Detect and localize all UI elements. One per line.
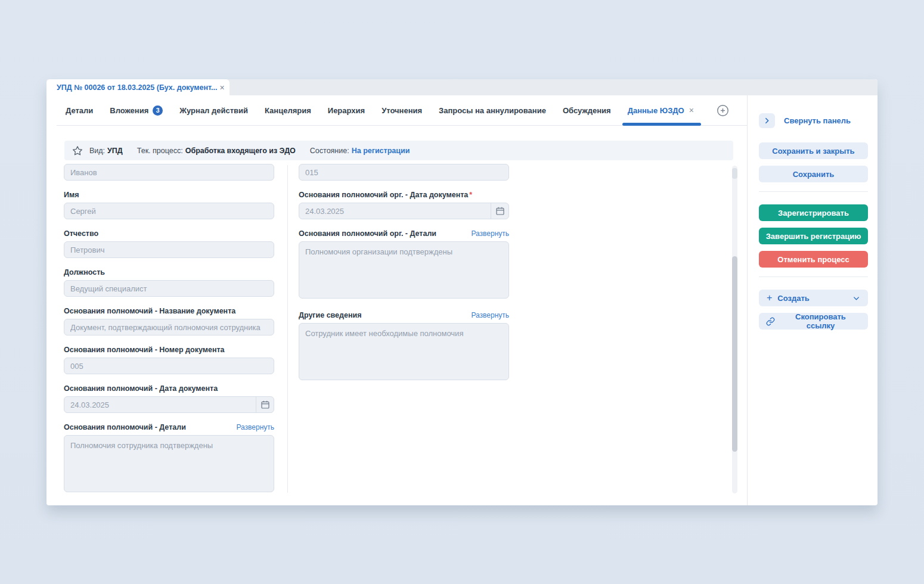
field-other-info: Другие сведения Развернуть Сотрудник име… [299, 311, 509, 383]
state-label: Состояние: [310, 147, 349, 155]
org-doc-date-input[interactable] [299, 203, 509, 219]
scrollbar-top-cap [732, 168, 737, 179]
chevron-down-icon [852, 294, 860, 302]
collapse-panel-label: Свернуть панель [784, 116, 851, 125]
form-scroll-area: Имя Отчество Должность Основания полномо… [57, 163, 747, 496]
tab-discussions[interactable]: Обсуждения [563, 95, 611, 125]
field-label: Должность [64, 268, 105, 277]
tab-attachments[interactable]: Вложения 3 [110, 95, 163, 125]
calendar-icon[interactable] [256, 396, 274, 413]
document-info-bar: Вид: УПД Тек. процесс: Обработка входяще… [64, 141, 733, 160]
field-label: Основания полномочий - Название документ… [64, 307, 235, 315]
middle-name-input[interactable] [64, 241, 274, 258]
save-button[interactable]: Сохранить [759, 166, 868, 182]
finish-registration-button[interactable]: Завершить регистрацию [759, 228, 868, 244]
main-content: Детали Вложения 3 Журнал действий Канцел… [46, 95, 747, 505]
calendar-icon[interactable] [491, 203, 509, 219]
tab-chancellery[interactable]: Канцелярия [265, 95, 311, 125]
tab-yuzdo-data[interactable]: Данные ЮЗДО × [628, 95, 694, 125]
field-org-details: Основания полномочий орг. - Детали Разве… [299, 229, 509, 301]
form-column-left: Имя Отчество Должность Основания полномо… [64, 163, 274, 496]
favorite-star-icon[interactable] [72, 145, 83, 156]
field-label: Основания полномочий - Номер документа [64, 346, 225, 354]
document-tab-close-icon[interactable]: × [218, 82, 227, 93]
collapse-panel-control[interactable]: Свернуть панель [759, 113, 868, 128]
field-org-doc-number [299, 164, 509, 181]
circle-plus-icon [717, 104, 729, 117]
tab-annulment-requests[interactable]: Запросы на аннулирование [439, 95, 546, 125]
field-label: Имя [64, 191, 79, 199]
create-button-label: Создать [777, 294, 809, 303]
scrollbar-thumb[interactable] [732, 256, 737, 452]
add-tab-button[interactable] [717, 104, 729, 117]
field-surname [64, 164, 274, 181]
action-panel: Свернуть панель Сохранить и закрыть Сохр… [747, 95, 878, 505]
first-name-input[interactable] [64, 203, 274, 219]
document-tab[interactable]: УПД № 00026 от 18.03.2025 (Бух. документ… [46, 79, 230, 95]
field-authority-doc-date: Основания полномочий - Дата документа [64, 384, 274, 413]
tab-details[interactable]: Детали [66, 95, 93, 125]
field-authority-details: Основания полномочий - Детали Развернуть… [64, 423, 274, 495]
panel-divider [759, 191, 868, 192]
tab-hierarchy[interactable]: Иерархия [328, 95, 365, 125]
chevron-right-icon[interactable] [759, 113, 775, 128]
authority-doc-number-input[interactable] [64, 358, 274, 374]
kind-label: Вид: [89, 147, 105, 155]
panel-divider [759, 277, 868, 277]
surname-input[interactable] [64, 164, 274, 181]
field-label: Другие сведения [299, 311, 361, 319]
column-divider [287, 165, 288, 493]
field-middle-name: Отчество [64, 229, 274, 258]
copy-link-button[interactable]: Скопировать ссылку [759, 313, 868, 330]
document-tab-title: УПД № 00026 от 18.03.2025 (Бух. документ… [57, 83, 218, 92]
link-icon [766, 317, 775, 326]
required-asterisk: * [469, 191, 472, 199]
field-label: Отчество [64, 229, 98, 238]
plus-icon: + [767, 293, 772, 303]
tab-clarifications[interactable]: Уточнения [382, 95, 422, 125]
register-button[interactable]: Зарегистрировать [759, 204, 868, 221]
org-doc-number-input[interactable] [299, 164, 509, 181]
cancel-process-button[interactable]: Отменить процесс [759, 251, 868, 268]
expand-link[interactable]: Развернуть [471, 311, 509, 319]
vertical-scrollbar[interactable] [732, 166, 737, 493]
authority-details-textarea[interactable]: Полномочия сотрудника подтверждены [64, 435, 274, 492]
field-label: Основания полномочий - Детали [64, 423, 186, 431]
field-authority-doc-number: Основания полномочий - Номер документа [64, 346, 274, 374]
create-button[interactable]: + Создать [759, 290, 868, 306]
save-and-close-button[interactable]: Сохранить и закрыть [759, 142, 868, 159]
field-org-doc-date: Основания полномочий орг. - Дата докумен… [299, 191, 509, 219]
field-label: Основания полномочий - Дата документа [64, 384, 218, 393]
tab-close-icon[interactable]: × [689, 105, 694, 115]
position-input[interactable] [64, 280, 274, 297]
field-position: Должность [64, 268, 274, 297]
tab-bar: Детали Вложения 3 Журнал действий Канцел… [57, 95, 747, 126]
expand-link[interactable]: Развернуть [236, 423, 274, 431]
field-authority-doc-name: Основания полномочий - Название документ… [64, 307, 274, 336]
expand-link[interactable]: Развернуть [471, 229, 509, 238]
tab-action-log[interactable]: Журнал действий [179, 95, 248, 125]
other-info-textarea[interactable]: Сотрудник имеет необходимые полномочия [299, 323, 509, 380]
attachments-count-badge: 3 [153, 105, 163, 116]
field-label: Основания полномочий орг. - Дата докумен… [299, 191, 472, 199]
process-label: Тек. процесс: [137, 147, 183, 155]
document-tab-strip: УПД № 00026 от 18.03.2025 (Бух. документ… [46, 79, 878, 95]
copy-link-label: Скопировать ссылку [780, 312, 861, 330]
authority-doc-date-input[interactable] [64, 396, 274, 413]
kind-value: УПД [107, 147, 123, 155]
field-first-name: Имя [64, 191, 274, 219]
form-column-right: Основания полномочий орг. - Дата докумен… [299, 163, 509, 496]
field-label: Основания полномочий орг. - Детали [299, 229, 436, 238]
authority-doc-name-input[interactable] [64, 319, 274, 336]
state-value-link[interactable]: На регистрации [352, 147, 410, 155]
document-window: УПД № 00026 от 18.03.2025 (Бух. документ… [46, 79, 878, 505]
org-details-textarea[interactable]: Полномочия организации подтверждены [299, 241, 509, 299]
process-value: Обработка входящего из ЭДО [185, 147, 296, 155]
